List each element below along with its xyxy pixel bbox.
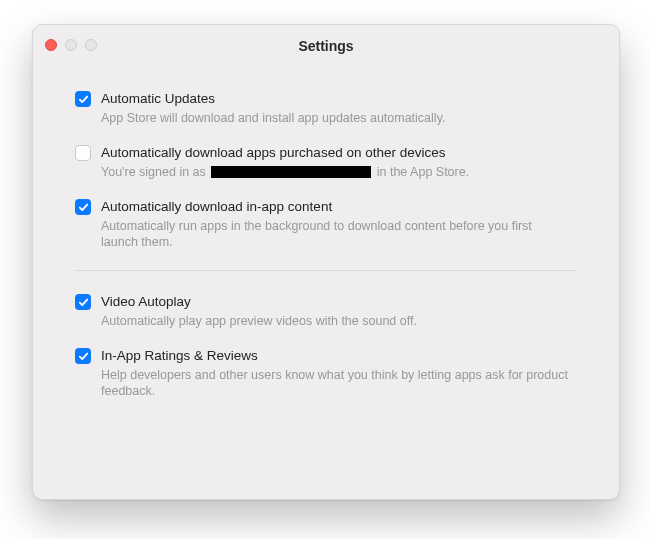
close-window-button[interactable] bbox=[45, 39, 57, 51]
download-purchased-checkbox[interactable] bbox=[75, 145, 91, 161]
window-controls bbox=[45, 39, 97, 51]
checkmark-icon bbox=[78, 94, 89, 105]
video-autoplay-checkbox[interactable] bbox=[75, 294, 91, 310]
download-inapp-content-checkbox[interactable] bbox=[75, 199, 91, 215]
automatic-updates-label: Automatic Updates bbox=[101, 90, 577, 108]
video-autoplay-label: Video Autoplay bbox=[101, 293, 577, 311]
minimize-window-button[interactable] bbox=[65, 39, 77, 51]
titlebar: Settings bbox=[33, 25, 619, 68]
setting-automatic-updates: Automatic Updates App Store will downloa… bbox=[75, 82, 577, 136]
download-purchased-label: Automatically download apps purchased on… bbox=[101, 144, 577, 162]
download-purchased-desc-suffix: in the App Store. bbox=[373, 165, 469, 179]
automatic-updates-desc: App Store will download and install app … bbox=[101, 110, 571, 126]
setting-ratings-reviews: In-App Ratings & Reviews Help developers… bbox=[75, 339, 577, 409]
video-autoplay-desc: Automatically play app preview videos wi… bbox=[101, 313, 571, 329]
setting-video-autoplay: Video Autoplay Automatically play app pr… bbox=[75, 285, 577, 339]
checkmark-icon bbox=[78, 202, 89, 213]
ratings-reviews-label: In-App Ratings & Reviews bbox=[101, 347, 577, 365]
download-inapp-content-desc: Automatically run apps in the background… bbox=[101, 218, 571, 250]
download-inapp-content-label: Automatically download in-app content bbox=[101, 198, 577, 216]
download-purchased-desc-prefix: You're signed in as bbox=[101, 165, 209, 179]
checkmark-icon bbox=[78, 297, 89, 308]
setting-download-inapp-content: Automatically download in-app content Au… bbox=[75, 190, 577, 260]
setting-download-purchased: Automatically download apps purchased on… bbox=[75, 136, 577, 190]
download-purchased-desc: You're signed in as in the App Store. bbox=[101, 164, 571, 180]
window-title: Settings bbox=[298, 38, 353, 54]
settings-window: Settings Automatic Updates App Store wil… bbox=[32, 24, 620, 500]
zoom-window-button[interactable] bbox=[85, 39, 97, 51]
redacted-account bbox=[211, 166, 371, 178]
divider bbox=[75, 270, 577, 271]
settings-content: Automatic Updates App Store will downloa… bbox=[33, 68, 619, 427]
checkmark-icon bbox=[78, 351, 89, 362]
ratings-reviews-desc: Help developers and other users know wha… bbox=[101, 367, 571, 399]
automatic-updates-checkbox[interactable] bbox=[75, 91, 91, 107]
ratings-reviews-checkbox[interactable] bbox=[75, 348, 91, 364]
